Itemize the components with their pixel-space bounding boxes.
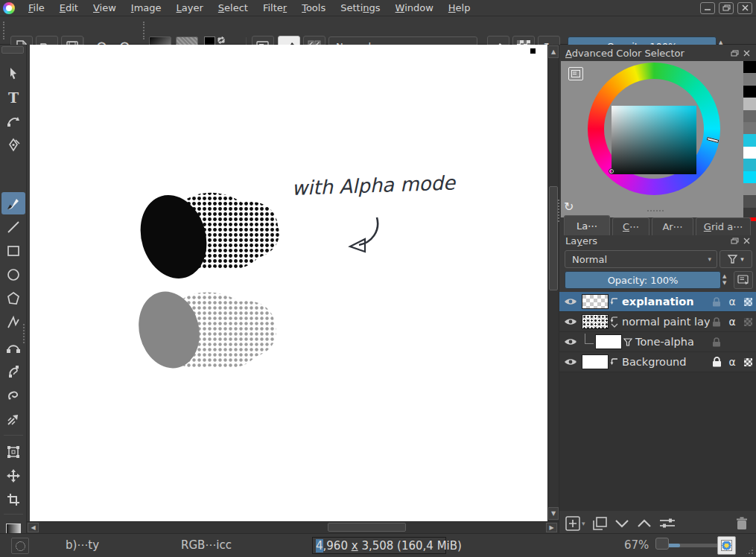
layer-visibility-toggle[interactable]	[559, 316, 582, 328]
layer-thumbnail[interactable]	[595, 334, 622, 349]
tool-polyline[interactable]	[1, 311, 25, 334]
layer-name[interactable]: explanation	[620, 296, 710, 308]
layer-lock-toggle[interactable]	[710, 317, 723, 327]
sv-selection-marker[interactable]	[609, 168, 614, 174]
layer-lock-toggle[interactable]	[710, 357, 723, 367]
tool-transform[interactable]	[1, 441, 25, 463]
history-swatch[interactable]	[743, 159, 756, 171]
advanced-color-selector[interactable]: ↻	[561, 61, 743, 217]
layer-visibility-toggle[interactable]	[559, 356, 582, 368]
layer-name[interactable]: Tone-alpha	[634, 336, 710, 348]
vertical-scroll-thumb[interactable]	[549, 186, 558, 290]
menu-help[interactable]: Help	[441, 1, 478, 15]
menu-window[interactable]: Window	[388, 1, 441, 15]
history-swatch[interactable]	[743, 110, 756, 122]
tool-move[interactable]	[1, 465, 25, 487]
move-layer-up-button[interactable]	[637, 519, 652, 528]
image-size-display[interactable]: 4,960 x 3,508 (160,4 MiB)	[312, 537, 446, 554]
brush-preset-label[interactable]: b)⋯ty	[66, 538, 99, 552]
toolbox-splitter-grip[interactable]	[23, 324, 25, 343]
horizontal-scroll-thumb[interactable]	[328, 523, 406, 532]
history-swatch[interactable]	[743, 183, 756, 195]
layer-properties-button[interactable]	[659, 518, 676, 529]
selector-settings-button[interactable]	[568, 67, 583, 80]
toolbar-handle[interactable]	[3, 22, 4, 39]
restore-button[interactable]	[719, 2, 734, 14]
tool-calligraphy[interactable]	[1, 134, 25, 156]
tool-select-shapes[interactable]	[1, 63, 25, 85]
toolbox-handle[interactable]	[1, 46, 24, 54]
layer-inherit-alpha-toggle[interactable]	[741, 298, 755, 306]
selector-refresh-icon[interactable]: ↻	[564, 200, 574, 214]
menu-edit[interactable]: Edit	[52, 1, 86, 15]
layer-name[interactable]: Background	[620, 356, 710, 368]
menu-tools[interactable]: Tools	[294, 1, 333, 15]
saturation-value-square[interactable]	[612, 106, 696, 174]
color-history-strip[interactable]	[743, 61, 756, 217]
history-swatch[interactable]	[743, 61, 756, 73]
menu-filter[interactable]: Filter	[255, 1, 294, 15]
tool-freehand-brush[interactable]	[1, 192, 25, 214]
layer-thumbnail[interactable]	[582, 314, 609, 329]
close-docker-button[interactable]	[742, 48, 752, 58]
layer-row-background[interactable]: Background α	[559, 352, 756, 372]
layer-alpha-lock-toggle[interactable]: α	[725, 296, 739, 308]
docker-splitter-grip[interactable]	[647, 210, 664, 211]
toolbar-handle[interactable]	[143, 22, 144, 39]
layer-row-tone-alpha[interactable]: Tone-alpha	[559, 332, 756, 352]
tool-rectangle[interactable]	[1, 240, 25, 262]
color-profile-label[interactable]: RGB⋯icc	[181, 538, 232, 552]
history-swatch[interactable]	[743, 98, 756, 109]
tool-text[interactable]: T	[1, 86, 25, 109]
menu-settings[interactable]: Settings	[333, 1, 387, 15]
spinner-up-icon[interactable]: ▲	[722, 274, 726, 279]
chevron-down-icon[interactable]: ▾	[582, 520, 585, 527]
scroll-down-button[interactable]: ▼	[548, 507, 559, 520]
tool-line[interactable]	[1, 216, 25, 238]
layer-filter-button[interactable]: ▾	[720, 250, 752, 268]
tool-polygon[interactable]	[1, 287, 25, 310]
swap-colors-icon[interactable]	[217, 36, 226, 45]
tool-dynamic-brush[interactable]	[1, 384, 25, 407]
tab-channels[interactable]: C⋯	[612, 217, 649, 235]
minimize-button[interactable]	[700, 2, 715, 14]
layer-row-normal-paint[interactable]: normal paint layer⋯ α	[559, 312, 756, 332]
close-button[interactable]	[737, 2, 752, 14]
menu-image[interactable]: Image	[124, 1, 169, 15]
menu-select[interactable]: Select	[211, 1, 255, 15]
layer-alpha-lock-toggle[interactable]: α	[725, 316, 739, 328]
canvas[interactable]: with Alpha mode	[30, 45, 547, 521]
layer-options-button[interactable]	[734, 271, 753, 289]
layer-thumbnail[interactable]	[582, 294, 609, 309]
tab-layers[interactable]: La⋯	[564, 215, 610, 235]
layer-visibility-toggle[interactable]	[559, 336, 582, 348]
move-layer-down-button[interactable]	[614, 519, 629, 528]
scroll-up-button[interactable]: ▲	[548, 45, 559, 58]
layer-inherit-alpha-toggle[interactable]	[741, 318, 755, 326]
menu-view[interactable]: View	[86, 1, 124, 15]
spinner-down-icon[interactable]: ▼	[722, 281, 726, 286]
tab-grid[interactable]: Grid a⋯	[696, 217, 751, 235]
layer-lock-toggle[interactable]	[710, 297, 723, 307]
menu-layer[interactable]: Layer	[169, 1, 211, 15]
layer-blending-mode-dropdown[interactable]: Normal ▾	[565, 250, 717, 268]
history-swatch[interactable]	[743, 147, 756, 159]
tab-artistic[interactable]: Ar⋯	[652, 217, 693, 235]
layer-opacity-slider[interactable]: Opacity: 100%	[565, 271, 721, 289]
tool-edit-shapes[interactable]	[1, 110, 25, 133]
float-docker-button[interactable]	[730, 48, 740, 58]
menu-file[interactable]: File	[21, 1, 52, 15]
selection-indicator-button[interactable]	[11, 538, 29, 554]
layer-lock-toggle[interactable]	[710, 337, 723, 347]
layer-opacity-spinner[interactable]: ▲ ▼	[722, 271, 726, 289]
resize-grip[interactable]	[745, 546, 755, 556]
history-swatch[interactable]	[743, 134, 756, 146]
history-swatch[interactable]	[743, 86, 756, 98]
delete-layer-button[interactable]	[736, 517, 756, 530]
tool-multibrush[interactable]	[1, 408, 25, 430]
expand-chevron-icon[interactable]	[611, 323, 618, 328]
history-swatch[interactable]	[743, 171, 756, 183]
scroll-left-button[interactable]: ◀	[28, 523, 39, 532]
layer-inherit-alpha-toggle[interactable]	[741, 358, 755, 366]
tool-freehand-path[interactable]	[1, 360, 25, 383]
